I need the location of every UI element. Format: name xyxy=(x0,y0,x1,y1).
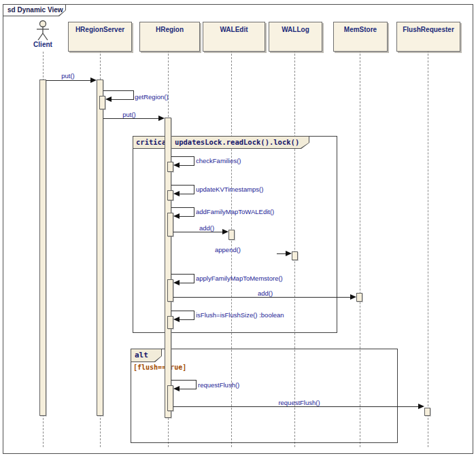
arrowhead-icon xyxy=(222,229,228,234)
message-line xyxy=(180,165,194,166)
participant-name: HRegion xyxy=(140,22,199,33)
alt-guard: [flush==true] xyxy=(133,364,186,371)
arrowhead-icon xyxy=(173,317,180,322)
frame-title: sd Dynamic View xyxy=(7,6,63,14)
message-line xyxy=(180,216,194,217)
message-label: add() xyxy=(199,224,214,232)
activation-hregion-checkfamilies[interactable] xyxy=(167,162,173,172)
arrowhead-icon xyxy=(286,251,292,256)
participant-memstore[interactable]: MemStore xyxy=(333,22,388,52)
arrowhead-icon xyxy=(350,294,356,300)
participant-hregion[interactable]: HRegion xyxy=(139,22,200,52)
activation-hregion-requestflush[interactable] xyxy=(167,385,173,411)
arrowhead-icon xyxy=(158,116,165,121)
critical-fragment[interactable] xyxy=(133,136,337,333)
message-line xyxy=(180,389,196,389)
message-label: requestFlush() xyxy=(198,381,239,389)
arrowhead-icon xyxy=(173,162,180,168)
arrowhead-icon xyxy=(173,280,180,285)
activation-memstore[interactable] xyxy=(356,293,362,302)
arrowhead-icon xyxy=(105,96,112,102)
activation-wallog[interactable] xyxy=(292,251,298,260)
participant-flushrequester[interactable]: FlushRequester xyxy=(396,22,460,52)
message-line xyxy=(133,90,134,100)
activation-hregionserver[interactable] xyxy=(97,80,103,416)
message-label: requestFlush() xyxy=(265,399,333,406)
lifeline-flushrequester xyxy=(428,50,428,447)
participant-name: FlushRequester xyxy=(397,22,460,33)
participant-hregionserver[interactable]: HRegionServer xyxy=(68,22,132,52)
message-line xyxy=(277,253,286,254)
message-label: getRegion() xyxy=(135,93,169,101)
message-label: put() xyxy=(102,111,156,118)
participant-name: WALEdit xyxy=(203,22,265,33)
activation-flushrequester[interactable] xyxy=(424,408,430,416)
participant-waledit[interactable]: WALEdit xyxy=(203,22,265,52)
activation-waledit[interactable] xyxy=(228,230,235,240)
message-label: append() xyxy=(215,246,241,253)
message-line xyxy=(194,274,194,283)
message-line xyxy=(171,185,194,186)
message-line xyxy=(194,185,194,194)
message-line xyxy=(180,319,194,320)
message-line xyxy=(180,283,194,283)
message-line xyxy=(171,380,196,381)
message-line xyxy=(171,274,194,275)
message-line xyxy=(103,118,158,119)
critical-condition: updatesLock.readLock().lock() xyxy=(175,138,299,146)
message-line xyxy=(194,207,194,217)
message-label: checkFamilies() xyxy=(196,157,241,164)
activation-hregion-addfamilymap-wal[interactable] xyxy=(167,213,173,236)
participant-name: MemStore xyxy=(334,22,387,33)
message-line xyxy=(171,207,194,208)
message-line xyxy=(194,156,194,166)
message-line xyxy=(103,90,133,91)
message-line xyxy=(171,311,194,311)
message-line xyxy=(112,99,133,100)
message-line xyxy=(173,297,350,298)
activation-client[interactable] xyxy=(39,80,46,416)
actor-icon xyxy=(34,20,52,41)
activation-hregion-isflush[interactable] xyxy=(167,316,173,329)
message-line xyxy=(173,232,222,232)
alt-operator: alt xyxy=(135,351,148,359)
message-label: applyFamilyMapToMemstore() xyxy=(196,275,283,282)
message-label: addFamilyMapToWALEdit() xyxy=(196,208,274,215)
arrowhead-icon xyxy=(418,404,424,409)
message-line xyxy=(46,80,90,81)
message-label: isFlush=isFlushSize() :boolean xyxy=(196,311,284,319)
sequence-diagram: sd Dynamic View critical updatesLock.rea… xyxy=(0,0,476,458)
arrowhead-icon xyxy=(173,386,180,391)
message-line xyxy=(173,406,418,407)
activation-hregion-updatekv[interactable] xyxy=(167,190,173,200)
activation-hregion-applyfamilymap[interactable] xyxy=(167,279,173,302)
participant-name: HRegionServer xyxy=(69,22,131,33)
participant-name: WALLog xyxy=(269,22,322,33)
arrowhead-icon xyxy=(173,191,180,196)
message-label: put() xyxy=(48,72,88,80)
arrowhead-icon xyxy=(173,213,180,219)
message-label: updateKVTimestamps() xyxy=(196,186,263,193)
message-line xyxy=(180,194,194,194)
message-label: add() xyxy=(245,289,286,297)
participant-name: Client xyxy=(24,41,61,48)
message-line xyxy=(171,156,194,157)
participant-wallog[interactable]: WALLog xyxy=(269,22,322,52)
message-line xyxy=(196,380,197,389)
message-line xyxy=(194,311,194,320)
activation-hregionserver-nested[interactable] xyxy=(99,96,105,109)
arrowhead-icon xyxy=(90,77,97,83)
